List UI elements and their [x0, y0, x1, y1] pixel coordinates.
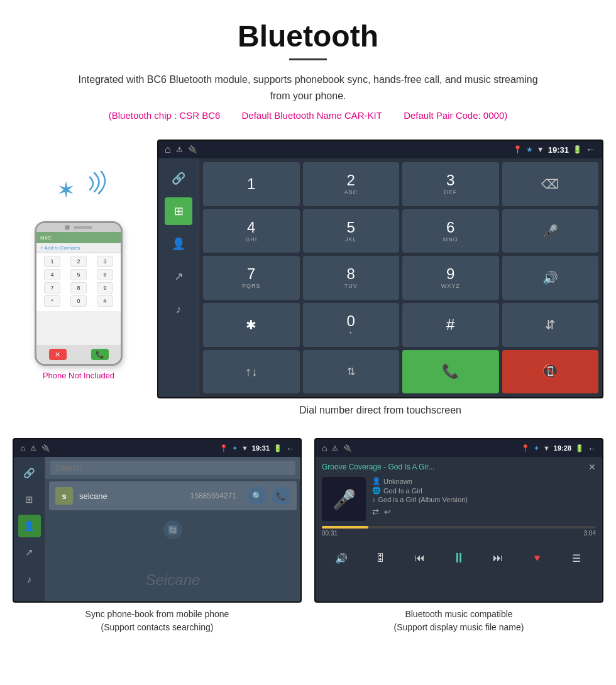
pb-status-left: ⌂ ⚠ 🔌 — [20, 443, 50, 453]
progress-times: 00:31 3:04 — [322, 530, 596, 537]
main-content: ✶ MXC + Add to Contacts 1 — [0, 140, 616, 429]
title-underline — [289, 58, 327, 60]
phone-key-7: 7 — [44, 282, 60, 293]
sidebar-dialpad[interactable]: ⊞ — [165, 197, 192, 225]
back-icon[interactable]: ← — [586, 144, 596, 155]
music-repeat-icon[interactable]: ↩ — [384, 507, 391, 517]
sidebar-call-transfer[interactable]: ↗ — [165, 263, 192, 290]
dial-key-9[interactable]: 9 WXYZ — [402, 256, 499, 300]
phone-dial-row-3: 7 8 9 — [39, 282, 118, 293]
dial-key-6[interactable]: 6 MNO — [402, 209, 499, 253]
dial-row-4: ✱ 0 + # ⇵ — [203, 303, 598, 347]
pb-sidebar: 🔗 ⊞ 👤 ↗ ♪ — [14, 457, 45, 601]
music-usb-icon: 🔌 — [343, 444, 352, 452]
dial-key-4[interactable]: 4 GHI — [203, 209, 300, 253]
music-shuffle-icon[interactable]: ⇄ — [372, 507, 379, 517]
volume-ctrl-btn[interactable]: 🔊 — [330, 547, 353, 569]
pb-caption-line2: (Support contacts searching) — [101, 622, 214, 632]
spec-name: Default Bluetooth Name CAR-KIT — [242, 110, 382, 121]
dial-key-volume[interactable]: 🔊 — [502, 256, 599, 300]
dial-key-8[interactable]: 8 TUV — [303, 256, 400, 300]
pb-call-contact[interactable]: 📞 — [272, 486, 290, 505]
music-artist: 👤 Unknown — [372, 477, 596, 485]
next-btn[interactable]: ⏭ — [487, 547, 509, 569]
dialpad-caption: Dial number direct from touchscreen — [157, 405, 603, 416]
status-bar: ⌂ ⚠ 🔌 📍 ★ ▼ 19:31 🔋 ← — [158, 141, 602, 158]
pb-bt-icon: ✦ — [232, 444, 238, 452]
music-status-right: 📍 ✦ ▼ 19:28 🔋 ← — [521, 444, 596, 453]
favorite-btn[interactable]: ♥ — [526, 547, 549, 569]
dial-key-star[interactable]: ✱ — [203, 303, 300, 347]
pb-sidebar-music[interactable]: ♪ — [18, 567, 41, 590]
phone-status-bar: MXC — [36, 232, 121, 243]
dial-key-1[interactable]: 1 — [203, 162, 300, 206]
pb-sidebar-transfer[interactable]: ↗ — [18, 541, 41, 564]
progress-fill — [322, 526, 368, 529]
pb-sync-btn[interactable]: 🔄 — [49, 515, 297, 544]
phone-key-2: 2 — [70, 256, 87, 267]
music-caption: Bluetooth music compatible (Support disp… — [394, 608, 524, 634]
playlist-btn[interactable]: ☰ — [565, 547, 588, 569]
pb-warning-icon: ⚠ — [30, 444, 36, 452]
music-home-icon: ⌂ — [322, 443, 327, 453]
pb-sidebar-dial[interactable]: ⊞ — [18, 488, 41, 511]
dial-key-5[interactable]: 5 JKL — [303, 209, 400, 253]
music-back-icon[interactable]: ← — [588, 444, 596, 453]
pb-sync-icon[interactable]: 🔄 — [163, 520, 182, 539]
music-bt-icon: ✦ — [534, 444, 539, 452]
home-icon: ⌂ — [165, 144, 171, 155]
phonebook-screen: ⌂ ⚠ 🔌 📍 ✦ ▼ 19:31 🔋 ← 🔗 ⊞ — [13, 438, 302, 603]
battery-icon: 🔋 — [573, 145, 582, 154]
prev-btn[interactable]: ⏮ — [409, 547, 431, 569]
music-main: 🎤 👤 Unknown 🌐 God Is a Girl ♪ God is — [316, 477, 602, 521]
pb-sidebar-link[interactable]: 🔗 — [18, 462, 41, 485]
phone-key-1: 1 — [44, 256, 60, 267]
dial-key-end-call[interactable]: 📵 — [502, 350, 599, 394]
spec-code: Default Pair Code: 0000) — [404, 110, 507, 121]
pb-caption-line1: Sync phone-book from mobile phone — [85, 609, 229, 619]
pb-sidebar-contacts[interactable]: 👤 — [18, 515, 41, 537]
sidebar-music[interactable]: ♪ — [165, 295, 192, 323]
dial-key-hash[interactable]: # — [402, 303, 499, 347]
music-wifi-icon: ▼ — [543, 444, 550, 452]
music-warning-icon: ⚠ — [332, 444, 338, 452]
status-right: 📍 ★ ▼ 19:31 🔋 ← — [513, 144, 596, 155]
sidebar-contacts[interactable]: 👤 — [165, 230, 192, 258]
sidebar-phone-link[interactable]: 🔗 — [165, 165, 192, 192]
dial-row-3: 7 PQRS 8 TUV 9 WXYZ 🔊 — [203, 256, 598, 300]
dial-key-backspace[interactable]: ⌫ — [502, 162, 599, 206]
dial-key-merge[interactable]: ↑↓ — [203, 350, 300, 394]
play-pause-btn[interactable]: ⏸ — [448, 547, 470, 569]
pb-search-input[interactable] — [50, 461, 295, 475]
music-album-art: 🎤 — [322, 477, 366, 521]
dial-key-2[interactable]: 2 ABC — [303, 162, 400, 206]
phone-call-btn: 📞 — [91, 349, 109, 360]
pb-search-area — [45, 457, 300, 479]
dial-key-call[interactable]: 📞 — [402, 350, 499, 394]
dial-row-2: 4 GHI 5 JKL 6 MNO 🎤 — [203, 209, 598, 253]
eq-ctrl-btn[interactable]: 🎛 — [369, 547, 392, 569]
music-close-btn[interactable]: ✕ — [588, 462, 596, 472]
dial-key-dtmf[interactable]: ⇅ — [303, 350, 400, 394]
phonebook-item: ⌂ ⚠ 🔌 📍 ✦ ▼ 19:31 🔋 ← 🔗 ⊞ — [13, 438, 302, 634]
time-display: 19:31 — [548, 145, 569, 155]
dial-row-1: 1 2 ABC 3 DEF ⌫ — [203, 162, 598, 206]
dial-key-mute[interactable]: 🎤 — [502, 209, 599, 253]
dial-key-0[interactable]: 0 + — [303, 303, 400, 347]
pb-contact-row: s seicane 15885554271 🔍 📞 — [49, 481, 297, 510]
phone-key-5: 5 — [70, 269, 87, 280]
pb-search-contact[interactable]: 🔍 — [248, 486, 267, 505]
dial-key-swap[interactable]: ⇵ — [502, 303, 599, 347]
music-battery-icon: 🔋 — [575, 444, 584, 452]
pb-back-icon[interactable]: ← — [286, 444, 294, 453]
pb-location-icon: 📍 — [219, 444, 228, 452]
phone-add-contacts: + Add to Contacts — [36, 243, 121, 253]
progress-bar-bg[interactable] — [322, 526, 596, 529]
dial-key-7[interactable]: 7 PQRS — [203, 256, 300, 300]
dial-key-3[interactable]: 3 DEF — [402, 162, 499, 206]
pb-wifi-icon: ▼ — [241, 444, 248, 452]
signal-waves — [72, 171, 107, 211]
phone-key-6: 6 — [97, 269, 113, 280]
phone-key-0: 0 — [70, 295, 87, 307]
phone-not-included-label: Phone Not Included — [43, 371, 114, 380]
